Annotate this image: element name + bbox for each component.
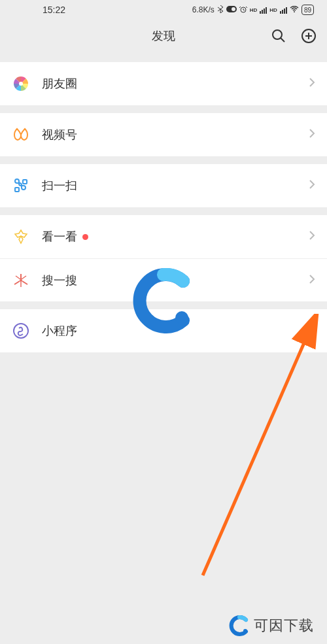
alarm-icon: [239, 5, 247, 15]
svg-rect-10: [23, 180, 27, 184]
svg-line-22: [203, 320, 314, 575]
svg-point-12: [20, 279, 22, 282]
footer-brand: 可因下载: [229, 615, 314, 636]
status-indicators: 6.8K/s HD HD 89: [192, 5, 314, 15]
menu-item-top-stories[interactable]: 看一看: [0, 215, 327, 258]
svg-point-9: [19, 82, 23, 86]
chevron-right-icon: [309, 179, 315, 192]
svg-line-16: [22, 276, 26, 279]
chevron-right-icon: [309, 230, 315, 243]
page-title: 发现: [152, 28, 175, 44]
chevron-right-icon: [309, 77, 315, 90]
top-stories-icon: [12, 228, 30, 246]
scan-icon: [12, 177, 30, 195]
search-icon: [271, 28, 286, 44]
status-bar: 15:22 6.8K/s HD HD 89: [0, 0, 327, 20]
channels-icon: [12, 126, 30, 144]
watermark-logo: [131, 268, 196, 333]
annotation-arrow: [183, 314, 327, 588]
plus-circle-icon: [301, 28, 317, 44]
chevron-right-icon: [309, 274, 315, 287]
search-discover-icon: [12, 271, 30, 290]
notification-dot: [82, 234, 88, 240]
network-speed: 6.8K/s: [192, 5, 215, 14]
svg-line-5: [281, 38, 284, 42]
add-button[interactable]: [300, 27, 317, 44]
svg-rect-11: [15, 188, 19, 192]
menu-item-scan[interactable]: 扫一扫: [0, 164, 327, 207]
search-button[interactable]: [270, 27, 287, 44]
chevron-right-icon: [309, 128, 315, 141]
bluetooth-icon: [217, 5, 224, 15]
chevron-right-icon: [309, 324, 315, 337]
svg-point-23: [243, 629, 247, 633]
wifi-icon: [290, 5, 299, 14]
menu-label: 视频号: [42, 127, 309, 143]
menu-label: 看一看: [42, 229, 309, 245]
menu-item-channels[interactable]: 视频号: [0, 113, 327, 156]
hd-icon-2: HD: [269, 7, 277, 13]
menu-label: 扫一扫: [42, 178, 309, 194]
mini-programs-icon: [12, 322, 30, 340]
svg-point-20: [175, 311, 188, 324]
moments-icon: [12, 75, 30, 93]
signal-icon-2: [280, 6, 287, 14]
battery-icon: 89: [301, 5, 314, 15]
svg-point-3: [294, 11, 295, 12]
svg-point-1: [232, 7, 235, 11]
menu-item-moments[interactable]: 朋友圈: [0, 62, 327, 105]
svg-point-4: [273, 30, 282, 39]
page-header: 发现: [0, 20, 327, 52]
footer-text: 可因下载: [254, 616, 314, 636]
status-time: 15:22: [43, 5, 65, 15]
svg-line-15: [22, 281, 27, 284]
menu-label: 朋友圈: [42, 76, 309, 92]
vpn-icon: [226, 5, 237, 14]
signal-icon-1: [260, 6, 267, 14]
svg-line-14: [14, 281, 20, 284]
footer-logo-icon: [229, 615, 250, 636]
svg-line-17: [16, 276, 20, 279]
hd-icon: HD: [250, 7, 258, 13]
